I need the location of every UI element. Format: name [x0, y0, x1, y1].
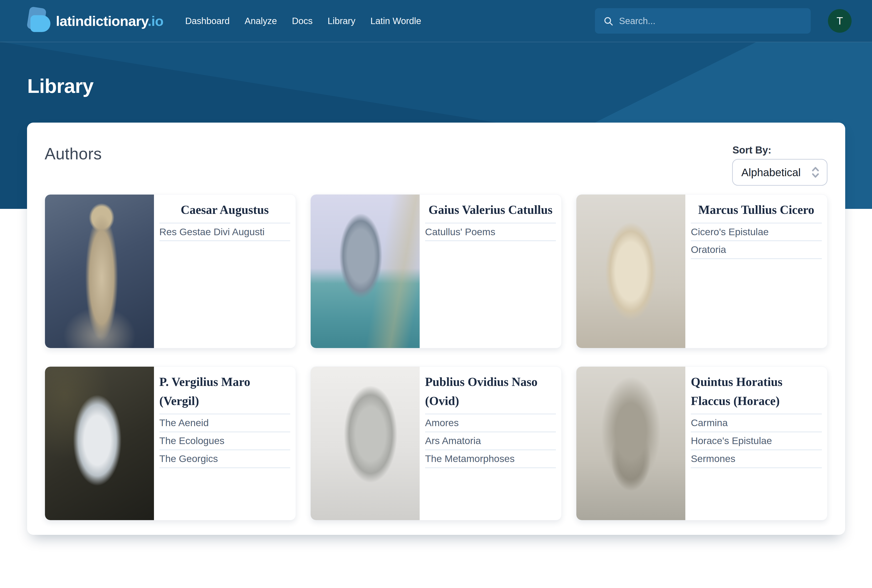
nav-item-library[interactable]: Library — [328, 16, 356, 26]
works-list: Catullus' Poems — [425, 223, 556, 242]
logo-front-page-shape — [30, 15, 50, 32]
work-link[interactable]: The Georgics — [159, 450, 290, 468]
brand-name-suffix: .io — [148, 13, 163, 29]
author-card-body: Caesar Augustus Res Gestae Divi Augusti — [154, 195, 296, 348]
work-link[interactable]: Horace's Epistulae — [691, 432, 822, 450]
work-link[interactable]: Cicero's Epistulae — [691, 224, 822, 242]
search-input[interactable] — [595, 8, 811, 34]
works-list: Amores Ars Amatoria The Metamorphoses — [425, 414, 556, 468]
author-card-cicero[interactable]: Marcus Tullius Cicero Cicero's Epistulae… — [576, 194, 827, 348]
author-name[interactable]: Quintus Horatius Flaccus (Horace) — [691, 372, 822, 411]
author-portrait — [311, 367, 420, 520]
author-card-catullus[interactable]: Gaius Valerius Catullus Catullus' Poems — [311, 194, 561, 348]
nav-item-latin-wordle[interactable]: Latin Wordle — [371, 16, 421, 26]
author-card-body: Marcus Tullius Cicero Cicero's Epistulae… — [685, 195, 827, 348]
works-list: Res Gestae Divi Augusti — [159, 223, 290, 242]
author-name[interactable]: P. Vergilius Maro (Vergil) — [159, 372, 290, 411]
work-link[interactable]: Res Gestae Divi Augusti — [159, 224, 290, 242]
authors-heading: Authors — [45, 144, 102, 163]
search-icon — [603, 16, 614, 26]
author-card-body: Publius Ovidius Naso (Ovid) Amores Ars A… — [420, 367, 561, 520]
brand-logo[interactable]: latindictionary.io — [27, 8, 163, 34]
authors-grid: Caesar Augustus Res Gestae Divi Augusti … — [45, 194, 827, 520]
brand-name-main: latindictionary — [56, 13, 148, 29]
work-link[interactable]: Sermones — [691, 450, 822, 468]
author-portrait — [45, 195, 154, 348]
author-portrait — [576, 367, 685, 520]
author-card-ovid[interactable]: Publius Ovidius Naso (Ovid) Amores Ars A… — [311, 366, 561, 520]
authors-panel-header: Authors Sort By: Alphabetical — [45, 144, 827, 186]
sort-by-label: Sort By: — [732, 144, 827, 156]
author-card-horace[interactable]: Quintus Horatius Flaccus (Horace) Carmin… — [576, 366, 827, 520]
author-name[interactable]: Marcus Tullius Cicero — [698, 201, 814, 219]
sort-select[interactable]: Alphabetical — [732, 159, 827, 186]
nav-item-analyze[interactable]: Analyze — [245, 16, 277, 26]
page-title: Library — [0, 75, 872, 98]
author-card-body: Quintus Horatius Flaccus (Horace) Carmin… — [685, 367, 827, 520]
work-link[interactable]: Carmina — [691, 414, 822, 432]
header: latindictionary.io Dashboard Analyze Doc… — [0, 0, 872, 42]
brand-name: latindictionary.io — [56, 13, 163, 29]
work-link[interactable]: Catullus' Poems — [425, 224, 556, 242]
author-name[interactable]: Caesar Augustus — [181, 201, 269, 219]
work-link[interactable]: Oratoria — [691, 241, 822, 259]
book-pages-icon — [27, 8, 50, 34]
nav-item-dashboard[interactable]: Dashboard — [185, 16, 230, 26]
author-portrait — [576, 195, 685, 348]
work-link[interactable]: Ars Amatoria — [425, 432, 556, 450]
author-name[interactable]: Publius Ovidius Naso (Ovid) — [425, 372, 556, 411]
work-link[interactable]: Amores — [425, 414, 556, 432]
user-avatar[interactable]: T — [828, 9, 852, 33]
author-portrait — [311, 195, 420, 348]
author-card-body: P. Vergilius Maro (Vergil) The Aeneid Th… — [154, 367, 296, 520]
nav-item-docs[interactable]: Docs — [292, 16, 312, 26]
work-link[interactable]: The Metamorphoses — [425, 450, 556, 468]
work-link[interactable]: The Ecologues — [159, 432, 290, 450]
author-card-vergil[interactable]: P. Vergilius Maro (Vergil) The Aeneid Th… — [45, 366, 296, 520]
author-name[interactable]: Gaius Valerius Catullus — [429, 201, 552, 219]
sort-control: Sort By: Alphabetical — [732, 144, 827, 186]
sort-select-value: Alphabetical — [741, 166, 801, 178]
works-list: The Aeneid The Ecologues The Georgics — [159, 414, 290, 468]
author-card-augustus[interactable]: Caesar Augustus Res Gestae Divi Augusti — [45, 194, 296, 348]
up-down-chevrons-icon — [811, 166, 820, 179]
author-card-body: Gaius Valerius Catullus Catullus' Poems — [420, 195, 561, 348]
author-portrait — [45, 367, 154, 520]
main-nav: Dashboard Analyze Docs Library Latin Wor… — [185, 16, 421, 26]
works-list: Carmina Horace's Epistulae Sermones — [691, 414, 822, 468]
works-list: Cicero's Epistulae Oratoria — [691, 223, 822, 259]
authors-panel: Authors Sort By: Alphabetical Caesar Aug… — [27, 123, 845, 535]
search-bar — [595, 8, 811, 34]
work-link[interactable]: The Aeneid — [159, 414, 290, 432]
